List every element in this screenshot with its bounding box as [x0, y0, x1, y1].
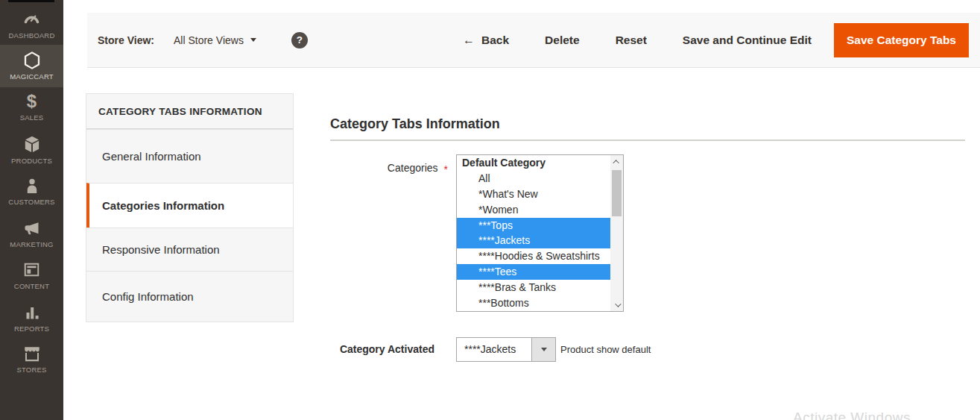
category-activated-note: Product show default	[560, 344, 651, 355]
back-button[interactable]: ←Back	[463, 34, 509, 47]
title-divider	[330, 140, 965, 141]
sidebar-item-reports[interactable]: REPORTS	[0, 302, 63, 336]
storefront-icon	[22, 343, 42, 363]
sidebar-item-label: PRODUCTS	[11, 157, 52, 165]
category-activated-label: Category Activated	[330, 343, 434, 355]
sidebar-item-label: MAGICCART	[10, 72, 54, 81]
page-toolbar: Store View: All Store Views ? ←Back Dele…	[87, 13, 980, 68]
category-activated-select[interactable]: ****Jackets	[456, 337, 556, 362]
sidebar-item-marketing[interactable]: MARKETING	[0, 218, 63, 252]
scroll-down-button[interactable]	[610, 298, 623, 311]
sidebar-item-label: STORES	[16, 366, 46, 374]
sidebar-item-label: SALES	[20, 113, 44, 122]
tabs-panel-header: CATEGORY TABS INFORMATION	[86, 94, 293, 129]
box-icon	[22, 134, 42, 154]
delete-button[interactable]: Delete	[545, 34, 580, 47]
category-option[interactable]: *Women	[457, 202, 610, 218]
hexagon-icon	[22, 50, 42, 70]
store-view-label: Store View:	[98, 34, 154, 46]
scrollbar-thumb[interactable]	[612, 170, 622, 216]
section-tabs-panel: CATEGORY TABS INFORMATION General Inform…	[86, 93, 294, 322]
person-icon	[23, 175, 41, 195]
megaphone-icon	[22, 218, 42, 238]
tab-general-information[interactable]: General Information	[86, 129, 293, 183]
gauge-icon	[22, 9, 42, 29]
chevron-down-icon	[615, 301, 621, 307]
sidebar-item-label: MARKETING	[10, 240, 53, 248]
layout-icon	[22, 260, 41, 280]
tab-responsive-information[interactable]: Responsive Information	[86, 228, 293, 271]
reset-button[interactable]: Reset	[616, 34, 647, 47]
category-option[interactable]: ****Hoodies & Sweatshirts	[457, 248, 610, 264]
chevron-up-icon	[613, 160, 619, 166]
tab-categories-information[interactable]: Categories Information	[86, 183, 293, 228]
store-view-selector[interactable]: All Store Views	[174, 34, 244, 46]
scroll-up-button[interactable]	[610, 155, 623, 168]
required-asterisk: *	[444, 163, 448, 175]
sidebar-item-label: REPORTS	[14, 325, 49, 333]
sidebar-item-sales[interactable]: $ SALES	[0, 91, 63, 125]
sidebar-item-label: DASHBOARD	[9, 31, 55, 40]
magento-logo-bar	[8, 0, 54, 2]
page-title: Category Tabs Information	[330, 116, 500, 132]
category-option-selected[interactable]: ****Tees	[457, 264, 610, 280]
categories-option-list: Default Category All *What's New *Women …	[457, 155, 610, 311]
category-option[interactable]: Default Category	[457, 155, 610, 171]
sidebar-item-content[interactable]: CONTENT	[0, 260, 63, 294]
listbox-scrollbar[interactable]	[610, 155, 623, 311]
select-dropdown-button[interactable]	[531, 338, 555, 361]
admin-sidebar: DASHBOARD MAGICCART $ SALES PRODUCTS CUS…	[0, 0, 63, 420]
sidebar-item-dashboard[interactable]: DASHBOARD	[0, 9, 63, 43]
sidebar-item-label: CUSTOMERS	[8, 198, 54, 206]
sidebar-item-stores[interactable]: STORES	[0, 343, 63, 377]
sidebar-item-customers[interactable]: CUSTOMERS	[0, 175, 63, 210]
category-option-selected[interactable]: ***Tops	[457, 218, 610, 233]
category-option[interactable]: All	[457, 171, 610, 187]
help-icon[interactable]: ?	[291, 32, 308, 48]
chevron-down-icon	[541, 348, 547, 351]
category-option[interactable]: *What's New	[457, 187, 610, 202]
back-arrow-icon: ←	[463, 34, 475, 46]
sidebar-item-products[interactable]: PRODUCTS	[0, 134, 63, 169]
chevron-down-icon[interactable]	[250, 38, 256, 42]
scrollbar-track[interactable]	[610, 168, 623, 298]
save-and-continue-button[interactable]: Save and Continue Edit	[683, 34, 812, 47]
category-option[interactable]: ***Bottoms	[457, 295, 610, 311]
category-option-selected[interactable]: ****Jackets	[457, 233, 610, 248]
activate-windows-watermark: Activate Windows	[793, 410, 911, 420]
sidebar-item-label: CONTENT	[14, 282, 49, 290]
dollar-icon: $	[27, 91, 37, 111]
tab-config-information[interactable]: Config Information	[86, 271, 293, 322]
categories-multiselect[interactable]: Default Category All *What's New *Women …	[456, 154, 624, 312]
categories-field-label: Categories*	[330, 162, 448, 175]
category-option[interactable]: ****Bras & Tanks	[457, 280, 610, 295]
sidebar-item-magiccart[interactable]: MAGICCART	[0, 45, 63, 87]
save-category-tabs-button[interactable]: Save Category Tabs	[834, 23, 969, 57]
select-value: ****Jackets	[457, 338, 531, 361]
bar-chart-icon	[23, 302, 41, 322]
